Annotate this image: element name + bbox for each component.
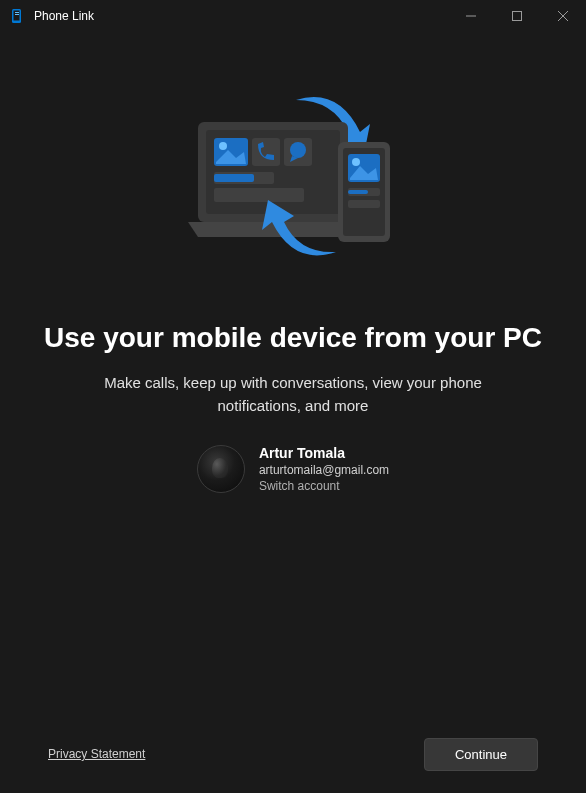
continue-button[interactable]: Continue (424, 738, 538, 771)
window-controls (448, 0, 586, 32)
close-button[interactable] (540, 0, 586, 32)
account-email: arturtomaila@gmail.com (259, 463, 389, 477)
svg-rect-16 (214, 174, 254, 182)
maximize-button[interactable] (494, 0, 540, 32)
page-subheading: Make calls, keep up with conversations, … (63, 372, 523, 417)
app-icon (10, 8, 26, 24)
svg-point-21 (352, 158, 360, 166)
switch-account-link[interactable]: Switch account (259, 479, 389, 493)
svg-point-14 (290, 142, 306, 158)
account-info: Artur Tomala arturtomaila@gmail.com Swit… (259, 445, 389, 493)
main-content: Use your mobile device from your PC Make… (0, 32, 586, 493)
window-title: Phone Link (34, 9, 448, 23)
svg-point-11 (219, 142, 227, 150)
svg-rect-23 (348, 190, 368, 194)
page-heading: Use your mobile device from your PC (44, 322, 542, 354)
avatar (197, 445, 245, 493)
privacy-statement-link[interactable]: Privacy Statement (48, 747, 145, 761)
titlebar: Phone Link (0, 0, 586, 32)
account-name: Artur Tomala (259, 445, 389, 461)
svg-rect-2 (15, 12, 19, 13)
account-section: Artur Tomala arturtomaila@gmail.com Swit… (197, 445, 389, 493)
hero-illustration (188, 82, 398, 272)
svg-rect-3 (15, 14, 19, 15)
footer: Privacy Statement Continue (0, 715, 586, 793)
minimize-button[interactable] (448, 0, 494, 32)
svg-rect-5 (513, 12, 522, 21)
svg-rect-12 (252, 138, 280, 166)
svg-rect-24 (348, 200, 380, 208)
svg-rect-17 (214, 188, 304, 202)
